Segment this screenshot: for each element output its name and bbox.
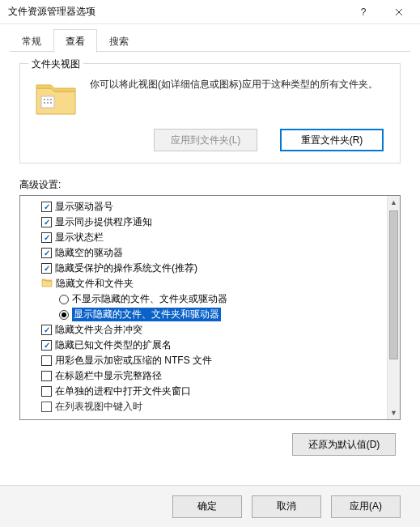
- window-title: 文件资源管理器选项: [8, 5, 346, 19]
- folder-view-group: 文件夹视图 你可以将此视图(如详细信息或图标)应用于这种类型的所有文件夹。 应用…: [19, 63, 401, 164]
- folder-view-group-title: 文件夹视图: [28, 57, 83, 71]
- close-button[interactable]: [381, 1, 417, 23]
- checkbox[interactable]: [41, 217, 52, 227]
- tree-item-label: 隐藏文件夹合并冲突: [55, 323, 142, 337]
- restore-defaults-button[interactable]: 还原为默认值(D): [292, 433, 396, 456]
- tree-item[interactable]: 不显示隐藏的文件、文件夹或驱动器: [23, 291, 384, 307]
- tree-item-label: 隐藏文件和文件夹: [56, 277, 134, 291]
- checkbox[interactable]: [41, 355, 52, 366]
- tree-item-label: 显示同步提供程序通知: [55, 215, 152, 229]
- checkbox[interactable]: [41, 402, 52, 412]
- tree-item-label: 在单独的进程中打开文件夹窗口: [55, 385, 191, 398]
- apply-to-folders-button: 应用到文件夹(L): [154, 129, 257, 151]
- tree-item[interactable]: 显示隐藏的文件、文件夹和驱动器: [23, 307, 384, 322]
- cancel-button[interactable]: 取消: [252, 495, 321, 518]
- tree-item-label: 隐藏已知文件类型的扩展名: [55, 338, 172, 352]
- help-button[interactable]: ?: [346, 1, 381, 23]
- svg-point-6: [50, 102, 52, 104]
- tab-view[interactable]: 查看: [53, 29, 97, 53]
- tree-item[interactable]: 隐藏受保护的操作系统文件(推荐): [23, 261, 384, 276]
- ok-button[interactable]: 确定: [172, 495, 242, 518]
- svg-point-5: [47, 102, 49, 104]
- svg-point-2: [47, 99, 49, 100]
- tree-item[interactable]: 隐藏已知文件类型的扩展名: [23, 338, 384, 353]
- folder-view-description: 你可以将此视图(如详细信息或图标)应用于这种类型的所有文件夹。: [90, 77, 378, 92]
- advanced-settings-tree[interactable]: 显示驱动器号显示同步提供程序通知显示状态栏隐藏空的驱动器隐藏受保护的操作系统文件…: [20, 196, 387, 419]
- tree-item-label: 在标题栏中显示完整路径: [55, 369, 162, 383]
- svg-point-3: [50, 99, 52, 100]
- svg-point-1: [44, 99, 45, 100]
- apply-button[interactable]: 应用(A): [331, 495, 401, 518]
- tab-strip: 常规 查看 搜索: [0, 24, 420, 52]
- tree-item-label: 显示隐藏的文件、文件夹和驱动器: [72, 308, 221, 321]
- checkbox[interactable]: [41, 232, 52, 243]
- tree-item[interactable]: 用彩色显示加密或压缩的 NTFS 文件: [23, 353, 384, 368]
- tree-item-label: 隐藏受保护的操作系统文件(推荐): [55, 261, 197, 275]
- tree-item-label: 不显示隐藏的文件、文件夹或驱动器: [72, 292, 227, 306]
- scroll-up-button[interactable]: ▲: [388, 196, 400, 209]
- tree-item-label: 在列表视图中键入时: [55, 400, 142, 414]
- tree-item[interactable]: 在标题栏中显示完整路径: [23, 368, 384, 384]
- scroll-thumb[interactable]: [389, 210, 398, 359]
- checkbox[interactable]: [41, 248, 52, 258]
- question-icon: ?: [361, 6, 367, 18]
- tree-item-label: 显示状态栏: [55, 231, 104, 244]
- tree-item[interactable]: 隐藏文件和文件夹: [23, 276, 384, 291]
- checkbox[interactable]: [41, 202, 52, 212]
- tree-item[interactable]: 在单独的进程中打开文件夹窗口: [23, 384, 384, 399]
- tree-item-label: 隐藏空的驱动器: [55, 246, 123, 260]
- svg-point-4: [44, 102, 45, 104]
- checkbox[interactable]: [41, 386, 52, 397]
- tree-item[interactable]: 显示状态栏: [23, 230, 384, 245]
- reset-folders-button[interactable]: 重置文件夹(R): [280, 129, 384, 151]
- content-area: 文件夹视图 你可以将此视图(如详细信息或图标)应用于这种类型的所有文件夹。 应用…: [0, 52, 420, 456]
- tab-general[interactable]: 常规: [10, 29, 53, 53]
- tree-item[interactable]: 在列表视图中键入时: [23, 399, 384, 414]
- folder-icon: [41, 278, 53, 290]
- checkbox[interactable]: [41, 371, 52, 381]
- checkbox[interactable]: [41, 340, 52, 351]
- advanced-settings-box: 显示驱动器号显示同步提供程序通知显示状态栏隐藏空的驱动器隐藏受保护的操作系统文件…: [19, 195, 401, 420]
- advanced-settings-label: 高级设置:: [19, 178, 401, 192]
- close-icon: [395, 8, 403, 16]
- tree-item[interactable]: 隐藏文件夹合并冲突: [23, 322, 384, 338]
- vertical-scrollbar[interactable]: ▲ ▼: [387, 196, 400, 419]
- tree-item-label: 用彩色显示加密或压缩的 NTFS 文件: [55, 354, 212, 368]
- checkbox[interactable]: [41, 263, 52, 274]
- radio[interactable]: [59, 310, 69, 320]
- title-bar: 文件资源管理器选项 ?: [0, 0, 420, 24]
- tree-item[interactable]: 显示同步提供程序通知: [23, 215, 384, 230]
- dialog-footer: 确定 取消 应用(A): [0, 485, 420, 527]
- scroll-down-button[interactable]: ▼: [388, 406, 400, 419]
- tree-item-label: 显示驱动器号: [55, 200, 113, 214]
- tree-item[interactable]: 隐藏空的驱动器: [23, 245, 384, 261]
- checkbox[interactable]: [41, 325, 52, 335]
- radio[interactable]: [59, 295, 69, 304]
- folder-icon: [35, 80, 78, 117]
- tab-search[interactable]: 搜索: [97, 29, 141, 53]
- tree-item[interactable]: 显示驱动器号: [23, 199, 384, 215]
